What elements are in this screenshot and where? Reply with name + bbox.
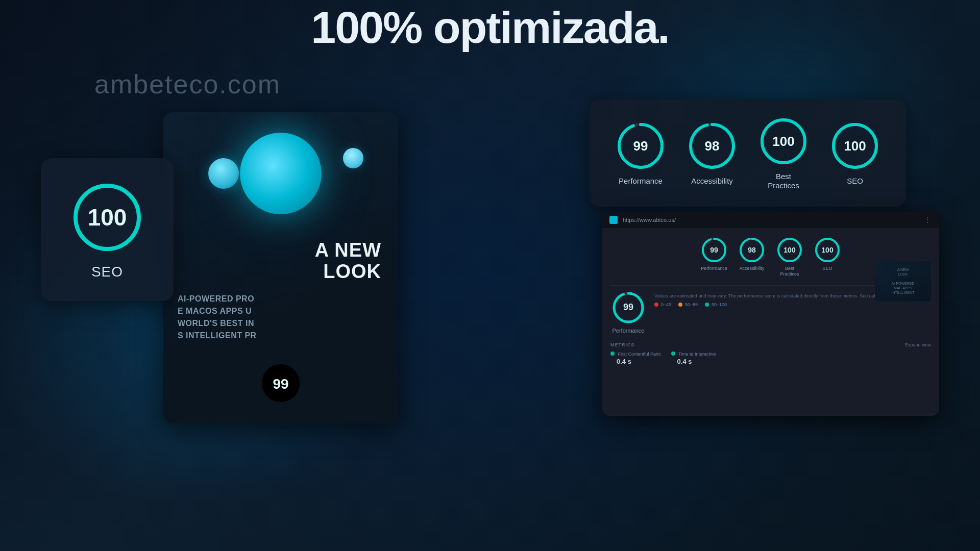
browser-metrics-header: METRICS Expand view [610,342,931,347]
score-item-performance: 99 Performance [615,120,666,186]
browser-acc-score: 98 [738,236,766,264]
browser-seo-score: 100 [814,236,841,264]
performance-score: 99 [615,120,666,171]
page-title: 100% optimizada. [0,0,980,50]
website-heading: A NEW LOOK [178,240,384,283]
score-item-best-practices: 100 BestPractices [758,116,809,190]
browser-thumb-text: A NEWLOOKAI-POWEREDMAC APPSINTELLIGENT [888,264,917,298]
browser-perf-score-lg: 99 [610,290,646,325]
browser-thumbnail: A NEWLOOKAI-POWEREDMAC APPSINTELLIGENT [875,261,931,302]
seo-score-card: 100 SEO [41,158,174,301]
browser-metrics-row: First Contentful Paint 0.4 s Time to Int… [610,352,931,365]
performance-ring: 99 [615,120,666,171]
page-content: 100% optimizada. ambeteco.com 100 SEO A … [0,0,980,551]
browser-metric-fcp: First Contentful Paint 0.4 s [610,352,661,365]
metric-dot-tti [671,352,675,356]
browser-score-performance: 99 Performance [700,236,728,277]
accessibility-score: 98 [687,120,738,171]
browser-url-text: https://www.abtco.us/ [623,217,919,223]
browser-content-area: 99 Performance 98 Accessibility [602,228,939,414]
orb-small-1 [208,158,239,189]
browser-perf-score: 99 [700,236,728,264]
url-display: ambeteco.com [94,69,281,99]
browser-perf-detail: 99 Performance [610,290,646,334]
best-practices-ring: 100 [758,116,809,167]
browser-favicon [609,216,618,224]
browser-metrics-section: METRICS Expand view First Contentful Pai… [610,338,931,365]
browser-seo-ring: 100 [814,236,841,264]
metric-dot-fcp [610,352,615,356]
browser-metric-tti: Time to Interactive 0.4 s [671,352,716,365]
browser-fcp-name: First Contentful Paint [610,352,661,357]
browser-bp-label: BestPractices [780,266,799,277]
browser-metrics-title: METRICS [610,342,635,347]
top-scores-card: 99 Performance 98 Accessibility 100 [590,99,906,207]
legend-item-90-100: 90–100 [705,302,727,307]
browser-score-seo: 100 SEO [814,236,841,277]
browser-perf-ring-lg: 99 [610,290,646,325]
seo-ring-top: 100 [829,120,880,171]
browser-perf-label-lg: Performance [612,328,645,334]
browser-toolbar: https://www.abtco.us/ ⋮ [602,212,939,228]
browser-fcp-value: 0.4 s [617,358,661,365]
browser-tti-value: 0.4 s [677,358,716,365]
main-orb [240,133,322,214]
legend-dot-teal [705,303,709,307]
browser-acc-ring: 98 [738,236,766,264]
seo-ring: 100 [69,179,145,256]
browser-expand-view[interactable]: Expand view [905,342,931,347]
orb-small-2 [343,148,363,168]
browser-acc-label: Accessibility [739,266,764,271]
seo-score-value: 100 [69,179,145,256]
accessibility-ring: 98 [687,120,738,171]
browser-perf-label: Performance [701,266,727,271]
orb-area [178,128,384,230]
browser-tti-name: Time to Interactive [671,352,716,357]
performance-label: Performance [619,177,663,186]
legend-item-50-89: 50–89 [678,302,698,307]
browser-score-accessibility: 98 Accessibility [738,236,766,277]
browser-bp-ring: 100 [776,236,803,264]
website-subtext: AI-POWERED PRO E MACOS APPS U WORLD'S BE… [178,293,384,342]
bottom-score-value: 99 [258,360,304,408]
score-item-accessibility: 98 Accessibility [687,120,738,186]
seo-score-top: 100 [829,120,880,171]
website-preview-panel: A NEW LOOK AI-POWERED PRO E MACOS APPS U… [163,112,398,423]
legend-item-0-49: 0–49 [654,302,671,307]
browser-bp-score: 100 [776,236,803,264]
browser-score-best-practices: 100 BestPractices [776,236,803,277]
browser-perf-ring: 99 [700,236,728,264]
browser-menu-dots: ⋮ [924,216,932,224]
legend-dot-orange [678,303,682,307]
score-item-seo: 100 SEO [829,120,880,186]
seo-label-top: SEO [847,177,863,186]
seo-label: SEO [91,264,123,280]
browser-panel: https://www.abtco.us/ ⋮ 99 Performance [602,212,939,416]
best-practices-label: BestPractices [768,172,799,190]
accessibility-label: Accessibility [691,177,733,186]
browser-legend: 0–49 50–89 90–100 [654,302,931,307]
browser-seo-label: SEO [822,266,832,271]
bottom-score-ring: 99 [258,360,304,408]
legend-dot-red [654,303,658,307]
best-practices-score: 100 [758,116,809,167]
